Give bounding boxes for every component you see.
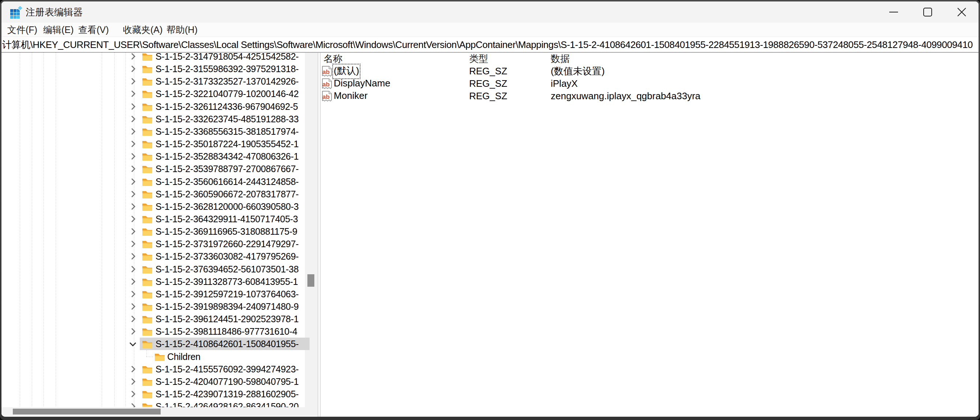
chevron-right-icon[interactable] [130, 290, 136, 300]
chevron-right-icon[interactable] [130, 140, 136, 149]
menu-item-help[interactable]: 帮助(H) [167, 23, 197, 37]
tree-item[interactable]: S-1-15-2-4155576092-3994274923- [2, 363, 310, 375]
tree-item[interactable]: S-1-15-2-3155986392-3975291318- [2, 62, 310, 75]
tree-item-label: S-1-15-2-3221040779-10200146-42 [156, 88, 306, 100]
folder-icon [142, 252, 153, 262]
chevron-right-icon[interactable] [130, 90, 136, 99]
folder-icon [142, 177, 153, 188]
chevron-down-icon[interactable] [129, 341, 137, 348]
chevron-right-icon[interactable] [130, 77, 136, 87]
chevron-right-icon[interactable] [130, 402, 136, 407]
tree-item[interactable]: S-1-15-2-3733603082-4179795269- [2, 250, 310, 262]
tree-item-children[interactable]: Children [2, 350, 310, 363]
chevron-right-icon[interactable] [130, 278, 136, 287]
chevron-right-icon[interactable] [130, 240, 136, 249]
folder-icon [142, 240, 153, 250]
tree-item[interactable]: S-1-15-2-3731972660-2291479297- [2, 238, 310, 250]
string-value-icon: ab [321, 78, 332, 91]
column-header-name[interactable]: 名称 [323, 53, 342, 64]
chevron-right-icon[interactable] [130, 115, 136, 125]
minimize-button[interactable] [877, 2, 910, 23]
menu-item-file[interactable]: 文件(F) [7, 23, 37, 37]
tree-item[interactable]: S-1-15-2-3911328773-608413955-1 [2, 275, 310, 288]
menu-item-favorites[interactable]: 收藏夹(A) [123, 23, 162, 37]
tree-item[interactable]: S-1-15-2-4108642601-1508401955- [2, 338, 310, 350]
titlebar[interactable]: 注册表编辑器 [2, 2, 978, 23]
column-header-type[interactable]: 类型 [469, 53, 488, 64]
tree-horizontal-scrollbar-thumb[interactable] [13, 409, 161, 415]
close-button[interactable] [945, 2, 978, 23]
tree-item[interactable]: S-1-15-2-332623745-485191288-33 [2, 113, 310, 125]
tree-item[interactable]: S-1-15-2-3560616614-2443124858- [2, 176, 310, 188]
tree-item[interactable]: S-1-15-2-3605906672-2078317877- [2, 188, 310, 200]
svg-text:ab: ab [322, 81, 330, 88]
tree-item-label: S-1-15-2-350187224-1905355452-1 [156, 138, 306, 150]
chevron-right-icon[interactable] [130, 152, 136, 162]
tree-item[interactable]: S-1-15-2-3981118486-977731610-4 [2, 325, 310, 338]
chevron-right-icon[interactable] [130, 102, 136, 112]
chevron-right-icon[interactable] [130, 128, 136, 137]
chevron-right-icon[interactable] [130, 53, 136, 62]
chevron-right-icon[interactable] [130, 215, 136, 224]
column-header-data[interactable]: 数据 [551, 53, 570, 64]
chevron-right-icon[interactable] [130, 177, 136, 187]
menu-item-edit[interactable]: 编辑(E) [43, 23, 73, 37]
value-name[interactable]: DisplayName [334, 78, 390, 90]
tree-connector-line [146, 357, 153, 357]
folder-icon [142, 64, 153, 75]
tree-item[interactable]: S-1-15-2-3919898394-240971480-9 [2, 300, 310, 313]
chevron-right-icon[interactable] [130, 65, 136, 74]
tree-item-label: S-1-15-2-3539788797-2700867667- [156, 163, 306, 175]
panel-splitter[interactable] [318, 53, 321, 417]
value-name[interactable]: Moniker [334, 90, 368, 102]
menu-bar: 文件(F)编辑(E)查看(V)收藏夹(A)帮助(H) [2, 23, 978, 37]
chevron-right-icon[interactable] [130, 302, 136, 312]
chevron-right-icon[interactable] [130, 252, 136, 262]
tree-item[interactable]: S-1-15-2-3528834342-470806326-1 [2, 150, 310, 163]
tree-item[interactable]: S-1-15-2-3539788797-2700867667- [2, 163, 310, 175]
value-name[interactable]: (默认) [334, 65, 359, 78]
address-bar[interactable]: 计算机\HKEY_CURRENT_USER\Software\Classes\L… [2, 37, 978, 53]
tree-item-label: S-1-15-2-364329911-4150717405-3 [156, 213, 306, 225]
chevron-right-icon[interactable] [130, 265, 136, 275]
chevron-right-icon[interactable] [130, 390, 136, 399]
chevron-right-icon[interactable] [130, 315, 136, 324]
tree-item-label: S-1-15-2-3731972660-2291479297- [156, 238, 306, 250]
chevron-right-icon[interactable] [130, 227, 136, 237]
chevron-right-icon[interactable] [130, 365, 136, 375]
tree-item[interactable]: S-1-15-2-3147918054-4251542582- [2, 53, 310, 62]
window-title: 注册表编辑器 [25, 2, 83, 23]
tree-item[interactable]: S-1-15-2-364329911-4150717405-3 [2, 213, 310, 225]
tree-item-label: S-1-15-2-4264928162-86341590-20 [156, 400, 306, 407]
value-data: (数值未设置) [551, 65, 605, 78]
registry-tree: S-1-15-2-3147918054-4251542582-S-1-15-2-… [2, 53, 310, 407]
tree-item[interactable]: S-1-15-2-3221040779-10200146-42 [2, 88, 310, 100]
value-row[interactable]: ab(默认)REG_SZ(数值未设置) [321, 65, 978, 78]
tree-item[interactable]: S-1-15-2-350187224-1905355452-1 [2, 138, 310, 150]
tree-item-label: S-1-15-2-3368556315-3818517974- [156, 125, 306, 138]
tree-item[interactable]: S-1-15-2-396124451-2902523978-1 [2, 313, 310, 325]
chevron-right-icon[interactable] [130, 203, 136, 212]
maximize-button[interactable] [910, 2, 945, 23]
tree-item-label: S-1-15-2-3155986392-3975291318- [156, 62, 306, 75]
tree-item[interactable]: S-1-15-2-4239071319-2881602905- [2, 388, 310, 400]
tree-item-label: S-1-15-2-3528834342-470806326-1 [156, 150, 306, 163]
tree-horizontal-scrollbar[interactable] [2, 407, 318, 416]
value-row[interactable]: abMonikerREG_SZzengxuwang.iplayx_qgbrab4… [321, 90, 978, 102]
tree-item[interactable]: S-1-15-2-3628120000-660390580-3 [2, 200, 310, 213]
tree-item[interactable]: S-1-15-2-3261124336-967904692-5 [2, 100, 310, 113]
tree-item[interactable]: S-1-15-2-4264928162-86341590-20 [2, 400, 310, 407]
tree-item[interactable]: S-1-15-2-4204077190-598040795-1 [2, 375, 310, 388]
menu-item-view[interactable]: 查看(V) [78, 23, 109, 37]
tree-item[interactable]: S-1-15-2-369116965-3180881175-9 [2, 225, 310, 238]
chevron-right-icon[interactable] [130, 327, 136, 337]
chevron-right-icon[interactable] [130, 377, 136, 387]
value-row[interactable]: abDisplayNameREG_SZiPlayX [321, 78, 978, 90]
tree-item[interactable]: S-1-15-2-376394652-561073501-38 [2, 263, 310, 275]
tree-item[interactable]: S-1-15-2-3173323527-1370142926- [2, 75, 310, 88]
tree-item-label: S-1-15-2-4204077190-598040795-1 [156, 375, 306, 388]
chevron-right-icon[interactable] [130, 165, 136, 174]
chevron-right-icon[interactable] [130, 190, 136, 200]
tree-item[interactable]: S-1-15-2-3368556315-3818517974- [2, 125, 310, 138]
tree-item[interactable]: S-1-15-2-3912597219-1073764063- [2, 288, 310, 300]
